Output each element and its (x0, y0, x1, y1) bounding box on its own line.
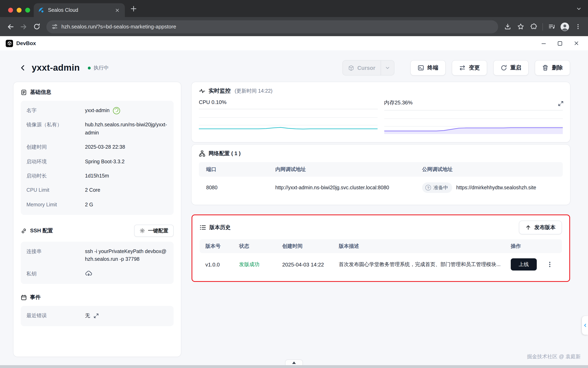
cursor-dropdown-chevron-icon[interactable] (381, 61, 394, 75)
terminal-button[interactable]: 终端 (410, 60, 446, 75)
restart-button[interactable]: 重启 (493, 60, 529, 75)
page-back-chevron-icon[interactable] (19, 64, 27, 72)
terminal-icon (418, 64, 424, 71)
traffic-lights (8, 8, 30, 13)
preparing-badge: 准备中 (422, 182, 452, 193)
public-address-cell: 准备中 https://dmirkehhydtw.sealoshzh.site (422, 182, 563, 193)
screen: Sealos Cloud hzh.sealos.run/?s=bd-sealos… (0, 0, 588, 368)
version-description-cell: 首次发布圆心学堂教务管理系统，完成首页、部门管理和员工管理模块... (339, 261, 511, 268)
col-header-status: 状态 (239, 243, 282, 250)
reload-icon[interactable] (30, 20, 43, 33)
url-text: hzh.sealos.run/?s=bd-sealos-marketing-ap… (61, 24, 176, 30)
one-click-config-button[interactable]: 一键配置 (134, 225, 174, 237)
fullscreen-window-button[interactable] (25, 8, 30, 13)
preparing-badge-label: 准备中 (434, 184, 448, 191)
profile-avatar[interactable] (559, 20, 571, 33)
expand-events-icon[interactable] (93, 313, 99, 319)
cursor-ide-button[interactable]: Cursor (342, 60, 395, 75)
network-header: 网络配置 ( 1 ) (199, 150, 563, 157)
link-icon (21, 228, 27, 234)
tab-close-icon[interactable] (114, 7, 121, 14)
info-row-name: 名字 yxxt-admin (26, 104, 168, 118)
tab-list-chevron-icon[interactable] (576, 6, 581, 11)
release-version-button[interactable]: 发布版本 (519, 221, 562, 234)
info-value: Spring Boot-3.3.2 (85, 158, 125, 166)
minimize-window-button[interactable] (17, 8, 21, 13)
release-version-label: 发布版本 (534, 224, 556, 231)
basic-info-title: 基础信息 (30, 89, 51, 96)
info-label: 镜像源（私有） (26, 121, 85, 129)
status-badge: 执行中 (88, 64, 109, 71)
app-close-icon[interactable] (570, 38, 582, 48)
extensions-puzzle-icon[interactable] (527, 20, 540, 33)
version-cell: v1.0.0 (200, 261, 239, 267)
list-icon (200, 224, 206, 231)
info-label: Memory Limit (26, 201, 85, 209)
chevron-left-icon (583, 323, 587, 327)
internal-address-cell[interactable]: http://yxxt-admin.ns-biwi20jg.svc.cluste… (275, 185, 422, 191)
expand-monitor-icon[interactable] (558, 101, 564, 106)
sidebar-collapse-toggle[interactable] (582, 316, 588, 335)
site-settings-icon[interactable] (52, 24, 58, 30)
status-dot (88, 66, 91, 69)
change-config-button[interactable]: 变更 (452, 60, 487, 75)
sealos-favicon (38, 7, 44, 13)
help-circle-icon (425, 185, 431, 191)
monitor-header: 实时监控 (更新时间 14:22) (199, 87, 563, 95)
port-cell: 8080 (199, 185, 275, 191)
terminal-label: 终端 (427, 64, 438, 72)
close-window-button[interactable] (8, 8, 13, 13)
devbox-content: yxxt-admin 执行中 Cursor (0, 50, 588, 365)
events-header: 事件 (21, 294, 41, 301)
info-label: 启动时长 (26, 172, 85, 180)
dock-expand-tab[interactable] (285, 359, 303, 365)
address-bar[interactable]: hzh.sealos.run/?s=bd-sealos-marketing-ap… (46, 20, 498, 33)
cpu-chart (199, 109, 377, 133)
ssh-conn-value[interactable]: ssh -i yourPrivateKeyPath devbox@hzh.sea… (85, 248, 168, 264)
basic-info-card: 基础信息 名字 yxxt-admin 镜像源（私有） (13, 82, 181, 357)
toolbar-separator (542, 23, 543, 30)
arrow-up-icon (525, 225, 531, 230)
info-value-text: yxxt-admin (85, 107, 110, 115)
version-title: 版本历史 (209, 224, 231, 231)
monitor-subtitle: (更新时间 14:22) (235, 88, 272, 94)
browser-tab[interactable]: Sealos Cloud (34, 3, 125, 17)
browser-menu-kebab-icon[interactable] (572, 20, 584, 33)
events-row-error: 最近错误 无 (26, 309, 168, 323)
bookmark-star-icon[interactable] (514, 20, 527, 33)
browser-toolbar: hzh.sealos.run/?s=bd-sealos-marketing-ap… (0, 17, 588, 36)
new-tab-button[interactable] (130, 5, 137, 12)
devbox-app-icon (6, 40, 13, 47)
version-row-kebab-icon[interactable] (547, 261, 553, 268)
document-icon (21, 89, 27, 95)
ssh-conn-label: 连接串 (26, 248, 85, 256)
version-created-cell: 2025-04-03 14:22 (282, 261, 339, 267)
back-icon[interactable] (4, 20, 17, 33)
events-title: 事件 (30, 294, 41, 301)
devbox-titlebar: DevBox (0, 36, 588, 50)
public-address-link[interactable]: https://dmirkehhydtw.sealoshzh.site (456, 185, 536, 191)
page-title: yxxt-admin (32, 63, 80, 73)
app-minimize-icon[interactable] (538, 38, 550, 48)
info-label: 名字 (26, 107, 85, 115)
window-title: DevBox (16, 40, 36, 46)
install-app-icon[interactable] (501, 20, 514, 33)
forward-icon[interactable] (17, 20, 30, 33)
go-online-button[interactable]: 上线 (511, 258, 537, 270)
basic-info-block: 名字 yxxt-admin 镜像源（私有） hub.hzh.sealos.run… (21, 101, 174, 215)
cube-icon (348, 65, 354, 71)
delete-label: 删除 (552, 64, 563, 72)
toolbar-actions (501, 20, 584, 33)
trash-icon (542, 64, 549, 71)
ssh-row-connection: 连接串 ssh -i yourPrivateKeyPath devbox@hzh… (26, 245, 168, 267)
app-maximize-icon[interactable] (554, 38, 566, 48)
one-click-config-label: 一键配置 (148, 227, 168, 234)
network-card: 网络配置 ( 1 ) 端口 内网调试地址 公网调试地址 8080 http://… (192, 145, 570, 205)
download-private-key-icon[interactable] (85, 270, 92, 277)
media-controls-icon[interactable] (546, 20, 558, 33)
network-table-header: 端口 内网调试地址 公网调试地址 (199, 162, 563, 177)
memory-chart (384, 110, 563, 134)
delete-button[interactable]: 删除 (535, 60, 570, 75)
monitor-title: 实时监控 (209, 87, 231, 95)
spring-boot-icon (113, 107, 121, 115)
